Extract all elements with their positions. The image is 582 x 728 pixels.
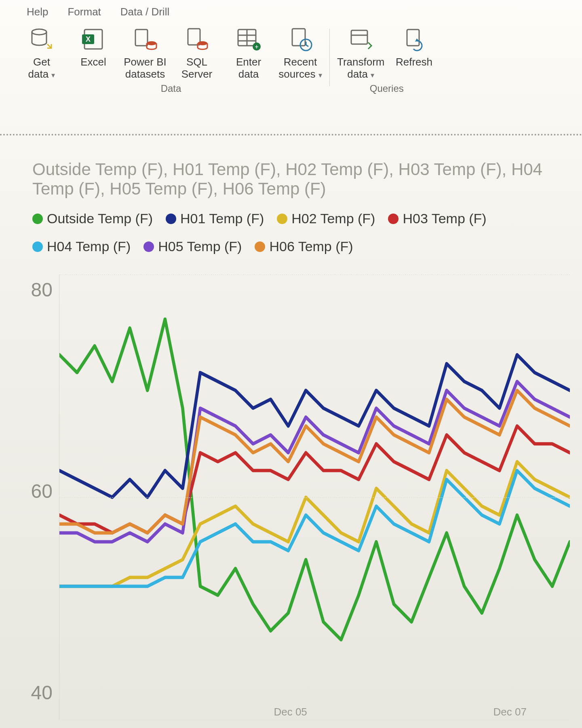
y-tick: 60 [16,480,53,502]
chart-legend: Outside Temp (F)H01 Temp (F)H02 Temp (F)… [32,211,570,254]
plot-area: 80 60 40 Dec 05 Dec 07 [16,275,570,720]
legend-label: H01 Temp (F) [180,211,264,226]
legend-dot-icon [143,241,154,252]
x-tick: Dec 07 [493,706,527,718]
excel-label: Excel [80,56,106,68]
enter-data-button[interactable]: + Enter data [226,25,271,80]
sql-label: SQL Server [181,56,213,80]
svg-point-0 [32,29,46,35]
legend-label: H04 Temp (F) [47,239,131,254]
sql-icon [182,25,211,54]
ribbon-tabs: Help Format Data / Drill [0,0,582,22]
powerbi-icon [131,25,160,54]
refresh-label: Refresh [396,56,432,68]
refresh-icon [400,25,429,54]
svg-rect-18 [407,30,419,46]
ribbon-group-name-data: Data [161,83,181,94]
legend-item[interactable]: H02 Temp (F) [277,211,375,226]
ribbon-tab-help[interactable]: Help [24,4,51,20]
ribbon-tab-format[interactable]: Format [65,4,103,20]
y-tick: 40 [16,681,53,704]
legend-label: H02 Temp (F) [291,211,375,226]
ribbon-tab-data[interactable]: Data / Drill [118,4,172,20]
ribbon-group-name-queries: Queries [370,83,404,94]
chart-series-line[interactable] [59,426,570,533]
enter-data-label: Enter data [236,56,261,80]
ribbon-group-items: Get data ▾ X Excel Power BI datasets [19,25,323,80]
legend-dot-icon [255,241,265,252]
legend-item[interactable]: H03 Temp (F) [388,211,486,226]
refresh-button[interactable]: Refresh [392,25,436,68]
powerbi-datasets-button[interactable]: Power BI datasets [123,25,167,80]
transform-label: Transform data ▾ [337,56,385,80]
recent-icon [286,25,315,54]
legend-label: Outside Temp (F) [47,211,153,226]
ribbon-group-queries: Transform data ▾ Refresh Queries [330,25,444,98]
get-data-label: Get data ▾ [28,56,55,80]
legend-label: H05 Temp (F) [158,239,242,254]
app-root: Help Format Data / Drill Get data ▾ X Ex… [0,0,582,728]
svg-text:X: X [86,35,91,43]
legend-label: H06 Temp (F) [269,239,353,254]
legend-dot-icon [388,214,399,224]
table-plus-icon: + [234,25,263,54]
transform-data-button[interactable]: Transform data ▾ [337,25,385,80]
svg-point-7 [198,41,207,45]
legend-item[interactable]: H05 Temp (F) [143,239,242,254]
powerbi-label: Power BI datasets [124,56,167,80]
chart-area: Outside Temp (F), H01 Temp (F), H02 Temp… [0,135,582,728]
legend-label: H03 Temp (F) [403,211,486,226]
svg-rect-14 [292,29,305,46]
legend-item[interactable]: H06 Temp (F) [255,239,353,254]
x-tick: Dec 05 [274,706,307,718]
legend-dot-icon [32,214,43,224]
svg-rect-16 [351,30,367,44]
excel-icon: X [79,25,108,54]
legend-item[interactable]: Outside Temp (F) [32,211,153,226]
ribbon-group-items: Transform data ▾ Refresh [337,25,436,80]
ribbon-group-data: Get data ▾ X Excel Power BI datasets [12,25,330,98]
legend-item[interactable]: H01 Temp (F) [166,211,264,226]
svg-rect-4 [135,30,148,46]
ribbon: Get data ▾ X Excel Power BI datasets [0,22,582,135]
transform-icon [346,25,375,54]
plot[interactable]: Dec 05 Dec 07 [59,275,570,720]
legend-item[interactable]: H04 Temp (F) [32,239,131,254]
y-axis: 80 60 40 [16,275,59,720]
sql-server-button[interactable]: SQL Server [175,25,219,80]
legend-dot-icon [277,214,287,224]
database-arrow-icon [27,25,56,54]
y-tick: 80 [16,279,53,301]
legend-dot-icon [166,214,176,224]
svg-point-5 [147,41,156,45]
recent-sources-button[interactable]: Recent sources ▾ [278,25,323,80]
chart-series-line[interactable] [59,319,570,640]
legend-dot-icon [32,241,43,252]
svg-text:+: + [255,43,258,50]
chart-title: Outside Temp (F), H01 Temp (F), H02 Temp… [32,160,570,199]
excel-button[interactable]: X Excel [71,25,116,68]
recent-label: Recent sources ▾ [278,56,322,80]
get-data-button[interactable]: Get data ▾ [19,25,64,80]
